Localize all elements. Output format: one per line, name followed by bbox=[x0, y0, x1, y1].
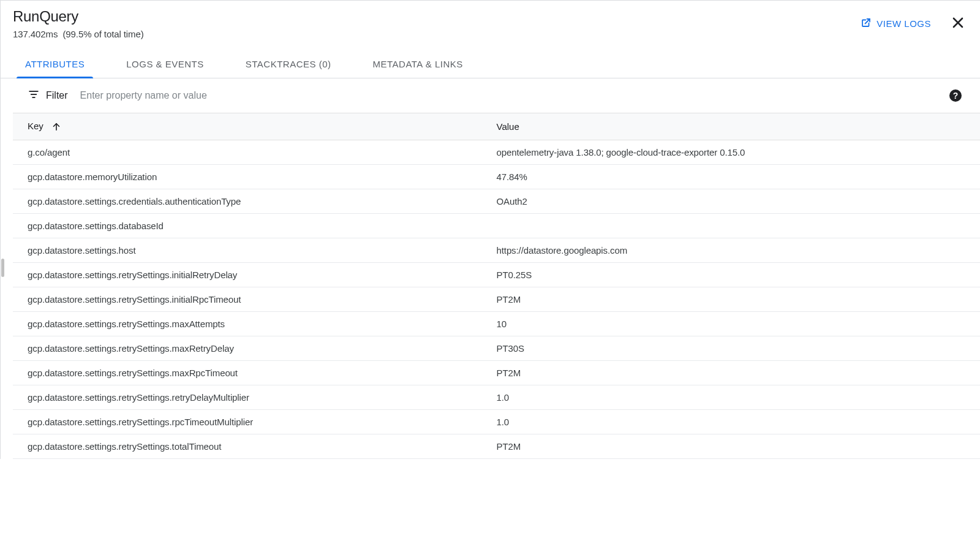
close-button[interactable] bbox=[948, 13, 968, 34]
attr-value: PT2M bbox=[497, 287, 981, 312]
filter-row: Filter ? bbox=[13, 78, 980, 113]
filter-text: Filter bbox=[46, 90, 68, 101]
attr-value: PT30S bbox=[497, 336, 981, 361]
column-header-value[interactable]: Value bbox=[497, 113, 981, 140]
attr-key: gcp.datastore.settings.databaseId bbox=[13, 214, 497, 238]
attr-value: 1.0 bbox=[497, 410, 981, 434]
span-subtitle: 137.402ms (99.5% of total time) bbox=[13, 29, 861, 39]
table-row[interactable]: gcp.datastore.settings.retrySettings.max… bbox=[13, 312, 980, 336]
header-main: RunQuery 137.402ms (99.5% of total time) bbox=[13, 8, 861, 39]
scrollbar-thumb[interactable] bbox=[1, 259, 4, 277]
table-row[interactable]: g.co/agentopentelemetry-java 1.38.0; goo… bbox=[13, 140, 980, 165]
tab-content-attributes: Filter ? Key Value g.c bbox=[1, 78, 980, 459]
attr-value: 47.84% bbox=[497, 165, 981, 189]
tab-stacktraces-0[interactable]: STACKTRACES (0) bbox=[243, 51, 334, 78]
table-row[interactable]: gcp.datastore.settings.credentials.authe… bbox=[13, 189, 980, 214]
filter-label: Filter bbox=[28, 88, 68, 103]
svg-rect-2 bbox=[32, 97, 36, 98]
tab-metadata-links[interactable]: METADATA & LINKS bbox=[371, 51, 466, 78]
table-row[interactable]: gcp.datastore.memoryUtilization47.84% bbox=[13, 165, 980, 189]
attr-key: gcp.datastore.settings.retrySettings.rpc… bbox=[13, 410, 497, 434]
filter-icon bbox=[28, 88, 40, 103]
table-row[interactable]: gcp.datastore.settings.retrySettings.max… bbox=[13, 336, 980, 361]
attr-key: gcp.datastore.settings.retrySettings.max… bbox=[13, 312, 497, 336]
table-row[interactable]: gcp.datastore.settings.retrySettings.tot… bbox=[13, 434, 980, 459]
attr-value: 10 bbox=[497, 312, 981, 336]
attr-value: https://datastore.googleapis.com bbox=[497, 238, 981, 263]
attr-key: gcp.datastore.memoryUtilization bbox=[13, 165, 497, 189]
span-title: RunQuery bbox=[13, 8, 861, 25]
span-duration: 137.402ms bbox=[13, 29, 58, 39]
attr-key: gcp.datastore.settings.retrySettings.tot… bbox=[13, 434, 497, 459]
svg-rect-0 bbox=[29, 91, 39, 92]
span-percent: (99.5% of total time) bbox=[62, 29, 143, 39]
close-icon bbox=[951, 15, 965, 32]
table-row[interactable]: gcp.datastore.settings.retrySettings.ret… bbox=[13, 385, 980, 410]
attr-key: gcp.datastore.settings.retrySettings.ini… bbox=[13, 263, 497, 287]
tabs: ATTRIBUTESLOGS & EVENTSSTACKTRACES (0)ME… bbox=[1, 51, 980, 78]
attr-value: 1.0 bbox=[497, 385, 981, 410]
attr-value: PT2M bbox=[497, 361, 981, 385]
attr-value: OAuth2 bbox=[497, 189, 981, 214]
table-row[interactable]: gcp.datastore.settings.retrySettings.rpc… bbox=[13, 410, 980, 434]
header: RunQuery 137.402ms (99.5% of total time)… bbox=[1, 1, 980, 39]
attr-value: PT0.25S bbox=[497, 263, 981, 287]
table-row[interactable]: gcp.datastore.settings.databaseId bbox=[13, 214, 980, 238]
attr-key: gcp.datastore.settings.retrySettings.max… bbox=[13, 361, 497, 385]
attributes-table: Key Value g.co/agentopentelemetry-java 1… bbox=[13, 113, 980, 459]
filter-input[interactable] bbox=[79, 89, 949, 102]
attr-key: gcp.datastore.settings.host bbox=[13, 238, 497, 263]
svg-rect-1 bbox=[31, 94, 37, 95]
open-in-new-icon bbox=[861, 17, 872, 30]
attr-value bbox=[497, 214, 981, 238]
tab-logs-events[interactable]: LOGS & EVENTS bbox=[124, 51, 206, 78]
attr-key: gcp.datastore.settings.retrySettings.max… bbox=[13, 336, 497, 361]
attr-value: opentelemetry-java 1.38.0; google-cloud-… bbox=[497, 140, 981, 165]
table-row[interactable]: gcp.datastore.settings.retrySettings.ini… bbox=[13, 287, 980, 312]
table-body: g.co/agentopentelemetry-java 1.38.0; goo… bbox=[13, 140, 980, 459]
attr-key: gcp.datastore.settings.retrySettings.ini… bbox=[13, 287, 497, 312]
attr-key: g.co/agent bbox=[13, 140, 497, 165]
table-row[interactable]: gcp.datastore.settings.hosthttps://datas… bbox=[13, 238, 980, 263]
table-row[interactable]: gcp.datastore.settings.retrySettings.ini… bbox=[13, 263, 980, 287]
attr-key: gcp.datastore.settings.credentials.authe… bbox=[13, 189, 497, 214]
column-header-value-label: Value bbox=[497, 121, 519, 132]
view-logs-link[interactable]: VIEW LOGS bbox=[861, 17, 931, 30]
help-icon[interactable]: ? bbox=[949, 89, 962, 102]
sort-asc-icon bbox=[51, 121, 62, 132]
table-header-row: Key Value bbox=[13, 113, 980, 140]
header-actions: VIEW LOGS bbox=[861, 8, 968, 34]
column-header-key-label: Key bbox=[28, 121, 43, 131]
span-detail-panel: RunQuery 137.402ms (99.5% of total time)… bbox=[0, 0, 980, 459]
attr-key: gcp.datastore.settings.retrySettings.ret… bbox=[13, 385, 497, 410]
table-row[interactable]: gcp.datastore.settings.retrySettings.max… bbox=[13, 361, 980, 385]
attr-value: PT2M bbox=[497, 434, 981, 459]
column-header-key[interactable]: Key bbox=[13, 113, 497, 140]
view-logs-label: VIEW LOGS bbox=[876, 18, 931, 29]
tab-attributes[interactable]: ATTRIBUTES bbox=[23, 51, 87, 78]
